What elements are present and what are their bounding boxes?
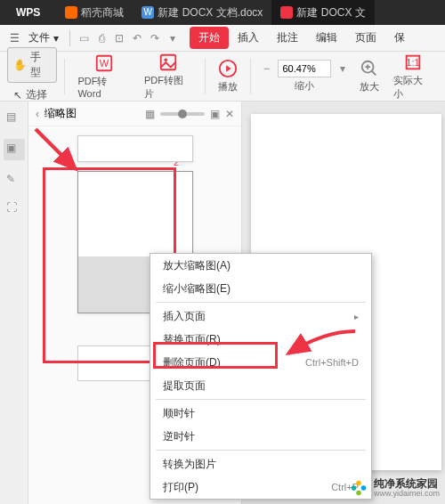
word-icon: W <box>142 6 154 19</box>
back-icon[interactable]: ‹ <box>36 108 39 120</box>
thumb-size-slider[interactable] <box>160 112 205 116</box>
submenu-arrow-icon: ▸ <box>354 312 359 321</box>
tab-edit[interactable]: 编辑 <box>307 27 346 49</box>
actual-size-button[interactable]: 1:1 实际大小 <box>388 53 438 101</box>
divider <box>69 30 70 46</box>
grid-small-icon[interactable]: ▦ <box>145 108 155 120</box>
chevron-down-icon: ▾ <box>53 32 59 45</box>
thumb-page-1[interactable] <box>77 135 193 162</box>
zoom-input[interactable] <box>278 60 331 77</box>
menu-to-image[interactable]: 转换为图片 <box>150 452 371 476</box>
svg-point-9 <box>361 486 367 492</box>
menu-zoom-in-thumb[interactable]: 放大缩略图(A) <box>150 254 371 277</box>
svg-point-10 <box>356 491 361 496</box>
menu-separator <box>156 450 366 451</box>
play-button[interactable]: 播放 <box>213 59 243 93</box>
play-icon <box>218 59 238 78</box>
tab-label: 新建 DOCX 文 <box>296 5 365 20</box>
svg-point-11 <box>352 486 357 492</box>
ribbon-tabs: 开始 插入 批注 编辑 页面 保 <box>190 27 414 49</box>
tab-label: 稻壳商城 <box>81 5 124 20</box>
wps-home-tab[interactable]: WPS <box>0 0 56 25</box>
menu-insert-page[interactable]: 插入页面▸ <box>150 305 371 328</box>
tab-review[interactable]: 批注 <box>268 27 307 49</box>
preview-icon[interactable]: ⊡ <box>111 30 127 46</box>
svg-rect-2 <box>161 54 176 69</box>
divider <box>205 59 206 94</box>
watermark: 纯净系统家园 www.yidaimei.com <box>349 478 440 499</box>
file-menu[interactable]: 文件▾ <box>23 28 64 47</box>
mode-group: ✋手型 ↖选择 <box>7 47 57 105</box>
svg-point-3 <box>165 58 168 61</box>
menu-icon[interactable]: ☰ <box>7 31 21 45</box>
actual-size-icon: 1:1 <box>403 53 423 72</box>
attachment-icon[interactable]: ⛶ <box>6 201 22 217</box>
menu-extract-page[interactable]: 提取页面 <box>150 374 371 397</box>
toolbar-row: ☰ 文件▾ ▭ ⎙ ⊡ ↶ ↷ ▾ 开始 插入 批注 编辑 页面 保 <box>0 25 445 52</box>
zoom-out-icon[interactable]: − <box>258 61 274 77</box>
menu-separator <box>156 302 366 303</box>
redo-icon[interactable]: ↷ <box>147 30 163 46</box>
menu-rotate-ccw[interactable]: 逆时针 <box>150 425 371 448</box>
menu-delete-page[interactable]: 删除页面(D)Ctrl+Shift+D <box>150 351 371 374</box>
open-icon[interactable]: ▭ <box>76 30 92 46</box>
more-icon[interactable]: ▾ <box>165 30 181 46</box>
divider <box>250 59 251 94</box>
tab-docx2[interactable]: 新建 DOCX 文 <box>271 0 374 25</box>
svg-text:1:1: 1:1 <box>407 56 420 67</box>
tab-protect[interactable]: 保 <box>385 27 414 49</box>
tab-daoker[interactable]: 稻壳商城 <box>56 0 133 25</box>
slider-knob[interactable] <box>178 110 187 118</box>
cursor-icon: ↖ <box>13 89 22 102</box>
tab-page[interactable]: 页面 <box>346 27 385 49</box>
zoom-in-icon <box>360 59 379 78</box>
undo-icon[interactable]: ↶ <box>129 30 145 46</box>
watermark-url: www.yidaimei.com <box>374 490 440 499</box>
hand-icon: ✋ <box>13 59 27 71</box>
menu-zoom-out-thumb[interactable]: 缩小缩略图(E) <box>150 277 371 300</box>
store-icon <box>65 6 77 19</box>
tab-start[interactable]: 开始 <box>190 27 229 49</box>
hand-mode[interactable]: ✋手型 <box>7 47 57 83</box>
menu-replace-page[interactable]: 替换页面(R) <box>150 328 371 351</box>
thumbnail-icon[interactable]: ▣ <box>4 139 25 160</box>
menu-separator <box>156 399 366 400</box>
tab-label: 新建 DOCX 文档.docx <box>158 5 263 20</box>
title-bar: WPS 稻壳商城 W新建 DOCX 文档.docx 新建 DOCX 文 <box>0 0 445 25</box>
thumbnail-header: ‹ 缩略图 ▦ ▣ ✕ <box>28 102 241 126</box>
menu-rotate-cw[interactable]: 顺时针 <box>150 402 371 425</box>
pdf-icon <box>280 6 293 19</box>
menu-print[interactable]: 打印(P)Ctrl+P <box>150 476 371 499</box>
close-icon[interactable]: ✕ <box>225 108 234 120</box>
tab-insert[interactable]: 插入 <box>229 27 268 49</box>
thumbnail-title: 缩略图 <box>44 106 77 121</box>
left-sidebar: ▤ ▣ ✎ ⛶ <box>0 102 28 504</box>
pdf-image-icon <box>158 53 178 72</box>
tab-docx1[interactable]: W新建 DOCX 文档.docx <box>133 0 271 25</box>
context-menu: 放大缩略图(A) 缩小缩略图(E) 插入页面▸ 替换页面(R) 删除页面(D)C… <box>150 253 372 500</box>
divider <box>64 59 65 94</box>
outline-icon[interactable]: ▤ <box>6 110 22 126</box>
chevron-down-icon[interactable]: ▾ <box>335 61 351 77</box>
pdf2img-button[interactable]: PDF转图片 <box>139 53 198 101</box>
svg-point-8 <box>356 481 361 486</box>
ribbon: ✋手型 ↖选择 W PDF转Word PDF转图片 播放 − ▾ 缩小 放大 1… <box>0 52 445 102</box>
watermark-logo-icon <box>349 478 368 498</box>
pdf-word-icon: W <box>94 53 114 73</box>
grid-large-icon[interactable]: ▣ <box>210 108 220 120</box>
svg-text:W: W <box>100 58 109 69</box>
pdf2word-button[interactable]: W PDF转Word <box>72 53 135 99</box>
bookmark-icon[interactable]: ✎ <box>6 173 22 189</box>
wps-logo: WPS <box>9 6 47 19</box>
zoom-in-button[interactable]: 放大 <box>354 59 384 93</box>
zoom-group: − ▾ 缩小 <box>258 60 351 93</box>
print-icon[interactable]: ⎙ <box>93 30 109 46</box>
